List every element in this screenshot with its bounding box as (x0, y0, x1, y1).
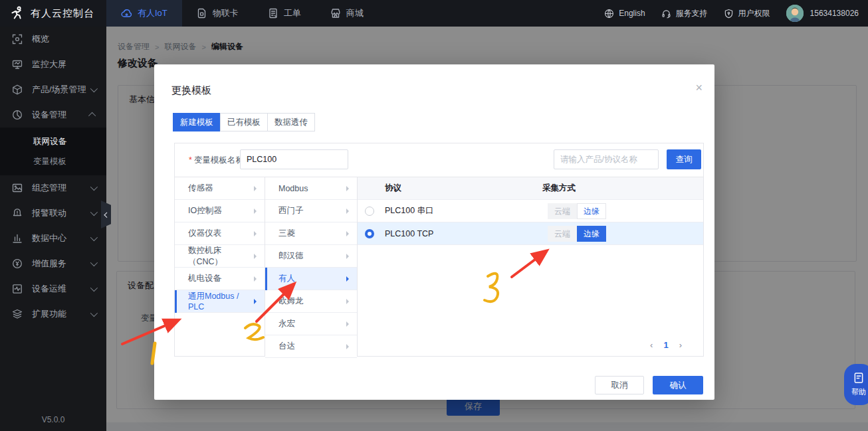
arrow-right-icon (346, 321, 349, 327)
category-cnc[interactable]: 数控机床（CNC） (175, 245, 265, 268)
sidebar-item-label: 增值服务 (32, 258, 66, 270)
arrow-right-icon (346, 186, 349, 191)
edge-mode-button-active[interactable]: 边缘 (577, 226, 606, 242)
sidebar-item-configuration[interactable]: 组态管理 (0, 175, 106, 201)
brand-modbus[interactable]: Modbus (265, 177, 357, 200)
protocol-row-plc100-tcp[interactable]: PLC100 TCP 云端 边缘 (358, 222, 703, 245)
sidebar-item-label: 组态管理 (32, 182, 66, 194)
brand-mitsubishi[interactable]: 三菱 (265, 222, 357, 245)
top-nav-items: 有人IoT 物联卡 工单 (106, 0, 378, 27)
chevron-up-icon (88, 112, 96, 120)
radio-unchecked-icon[interactable] (365, 207, 374, 216)
close-icon[interactable]: × (695, 82, 703, 94)
alarm-icon (12, 208, 23, 218)
chevron-left-icon (104, 212, 109, 217)
nav-item-label: 物联卡 (213, 7, 239, 19)
headset-icon (661, 9, 671, 19)
arrow-right-icon (254, 299, 257, 304)
sidebar-item-alarm-linkage[interactable]: 报警联动 (0, 201, 106, 226)
category-generic-modbus-plc[interactable]: 通用Modbus / PLC (175, 290, 265, 313)
help-label: 帮助 (851, 387, 866, 397)
protocol-row-plc100-serial[interactable]: PLC100 串口 云端 边缘 (358, 200, 703, 222)
category-sensor[interactable]: 传感器 (175, 177, 265, 200)
arrow-right-icon (346, 276, 349, 282)
sidebar-item-label: 概览 (32, 33, 49, 45)
protocol-name: PLC100 串口 (385, 205, 434, 216)
sidebar-item-product-scene[interactable]: 产品/场景管理 (0, 77, 106, 102)
collect-mode-toggle: 云端 边缘 (548, 203, 606, 219)
sidebar-item-label: 扩展功能 (32, 308, 66, 320)
brand-delta[interactable]: 台达 (265, 335, 357, 358)
collect-mode-toggle: 云端 边缘 (548, 226, 606, 242)
pagination-next-icon[interactable]: › (679, 340, 682, 350)
help-document-icon (853, 372, 865, 384)
tab-new-template[interactable]: 新建模板 (173, 113, 221, 131)
app-logo[interactable]: 有人云控制台 (0, 6, 106, 21)
nav-item-usr-iot[interactable]: 有人IoT (106, 0, 182, 27)
tab-data-passthrough[interactable]: 数据透传 (267, 113, 315, 131)
language-switch[interactable]: English (604, 9, 645, 19)
sidebar: 概览 监控大屏 产品/场景管理 设备管理 联网设备 变量 (0, 27, 106, 431)
arrow-right-icon (346, 344, 349, 349)
sidebar-item-variable-templates[interactable]: 变量模板 (0, 151, 106, 171)
sidebar-collapse-handle[interactable] (101, 201, 111, 228)
service-support[interactable]: 服务支持 (661, 8, 708, 19)
cancel-button[interactable]: 取消 (595, 376, 644, 394)
sidebar-item-label: 产品/场景管理 (32, 84, 86, 96)
sidebar-item-device-ops[interactable]: 设备运维 (0, 276, 106, 302)
sidebar-item-extensions[interactable]: 扩展功能 (0, 302, 106, 327)
brand-langhande[interactable]: 郎汉德 (265, 245, 357, 268)
pagination-page-1[interactable]: 1 (663, 340, 668, 350)
arrow-right-icon (254, 276, 257, 282)
top-navbar: 有人云控制台 有人IoT 物联卡 (0, 0, 868, 27)
category-io-controller[interactable]: IO控制器 (175, 200, 265, 222)
edge-mode-button[interactable]: 边缘 (577, 203, 606, 219)
collect-mode-header-label: 采集方式 (542, 183, 576, 194)
radio-checked-icon[interactable] (365, 229, 374, 238)
sidebar-item-overview[interactable]: 概览 (0, 27, 106, 52)
search-input[interactable] (554, 149, 659, 169)
logo-running-person-icon (9, 6, 24, 21)
sidebar-item-value-added[interactable]: 增值服务 (0, 251, 106, 276)
category-instruments[interactable]: 仪器仪表 (175, 222, 265, 245)
account-area[interactable]: 15634138026 (786, 5, 859, 22)
brand-fatek[interactable]: 永宏 (265, 313, 357, 335)
sidebar-item-monitor-screen[interactable]: 监控大屏 (0, 52, 106, 77)
arrow-right-icon (254, 231, 257, 236)
template-panel: *变量模板名称 查询 传感器 IO控制器 仪器仪表 数控机床（CNC） 机电设备… (174, 143, 704, 357)
monitor-icon (12, 59, 23, 70)
arrow-right-icon (346, 299, 349, 304)
top-nav-right: English 服务支持 用户权限 (604, 5, 868, 22)
tab-existing-template[interactable]: 已有模板 (220, 113, 268, 131)
template-tabs: 新建模板 已有模板 数据透传 (173, 113, 315, 131)
nav-item-mall[interactable]: 商城 (316, 0, 378, 27)
user-permission[interactable]: 用户权限 (724, 8, 770, 19)
sidebar-item-data-center[interactable]: 数据中心 (0, 226, 106, 251)
nav-item-work-order[interactable]: 工单 (253, 0, 316, 27)
search-button[interactable]: 查询 (667, 149, 701, 169)
arrow-right-icon (254, 254, 257, 259)
chevron-down-icon (90, 183, 98, 191)
nav-item-label: 工单 (284, 7, 301, 19)
brand-usr[interactable]: 有人 (265, 268, 357, 290)
confirm-button[interactable]: 确认 (653, 376, 703, 394)
pagination: ‹ 1 › (650, 340, 682, 350)
sidebar-item-device-management[interactable]: 设备管理 (0, 102, 106, 128)
sim-card-icon (197, 8, 207, 19)
sidebar-item-networked-devices[interactable]: 联网设备 (0, 131, 106, 151)
help-fab-button[interactable]: 帮助 (844, 364, 868, 405)
protocol-name: PLC100 TCP (385, 229, 433, 238)
protocol-table-header: 协议 采集方式 (358, 177, 703, 200)
category-electromechanical[interactable]: 机电设备 (175, 268, 265, 290)
template-name-input[interactable] (240, 149, 348, 169)
brand-omron[interactable]: 欧姆龙 (265, 290, 357, 313)
pagination-prev-icon[interactable]: ‹ (650, 340, 653, 350)
brand-siemens[interactable]: 西门子 (265, 200, 357, 222)
cloud-mode-button[interactable]: 云端 (548, 226, 577, 242)
cloud-icon (121, 8, 132, 19)
protocol-header-label: 协议 (385, 183, 542, 194)
nav-item-iot-card[interactable]: 物联卡 (182, 0, 253, 27)
chevron-down-icon (90, 309, 98, 317)
cloud-mode-button[interactable]: 云端 (548, 203, 577, 219)
arrow-right-icon (254, 209, 257, 214)
